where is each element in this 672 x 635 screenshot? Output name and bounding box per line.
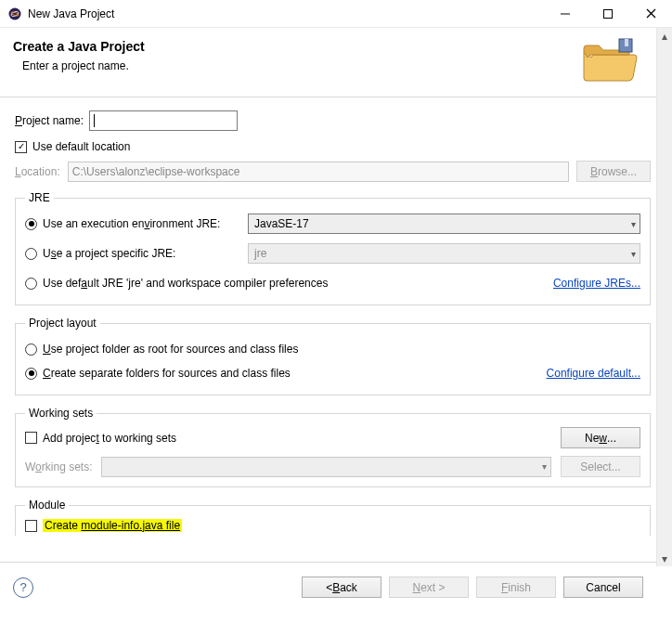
module-group: Module Create module-info.java file [15,499,651,536]
project-layout-legend: Project layout [25,317,100,330]
chevron-down-icon: ▾ [542,461,547,472]
new-working-set-button[interactable]: New... [561,427,640,448]
vertical-scrollbar[interactable]: ▴ ▾ [656,28,672,566]
module-legend: Module [25,499,69,512]
exec-env-radio[interactable] [25,218,37,230]
scroll-up-icon[interactable]: ▴ [657,28,672,44]
text-caret [94,114,95,127]
use-default-location-label: Use default location [32,140,130,153]
browse-button: Browse... [576,161,651,182]
working-sets-select: ▾ [101,457,551,477]
create-module-info-label: Create module-info.java file [43,519,182,532]
exec-env-label: Use an execution environment JRE: [43,217,220,230]
page-subtitle: Enter a project name. [22,59,578,72]
title-bar: New Java Project [0,0,672,28]
project-jre-value: jre [254,247,266,260]
back-button[interactable]: < Back [302,577,381,598]
chevron-down-icon: ▾ [631,219,636,229]
finish-button: Finish [476,577,556,598]
exec-env-select[interactable]: JavaSE-17 ▾ [248,214,640,234]
select-working-sets-button: Select... [561,456,640,477]
layout-separate-radio[interactable] [25,368,37,380]
wizard-footer: ? < Back Next > Finish Cancel [0,562,656,612]
svg-point-0 [9,7,21,19]
project-jre-label: Use a project specific JRE: [43,247,175,260]
close-button[interactable] [629,0,672,28]
jre-group: JRE Use an execution environment JRE: Ja… [15,191,651,305]
project-jre-radio[interactable] [25,248,37,260]
configure-default-link[interactable]: Configure default... [547,367,640,380]
project-folder-icon [578,37,638,84]
jre-legend: JRE [25,191,54,204]
window-title: New Java Project [28,7,544,20]
layout-separate-label: Create separate folders for sources and … [43,367,291,380]
page-title: Create a Java Project [13,39,578,54]
svg-rect-4 [604,9,613,18]
wizard-header: Create a Java Project Enter a project na… [0,28,656,97]
svg-rect-8 [625,39,628,46]
layout-as-root-label: Use project folder as root for sources a… [43,343,298,356]
add-to-working-sets-label: Add project to working sets [43,432,176,445]
maximize-button[interactable] [587,0,629,28]
minimize-button[interactable] [544,0,587,28]
project-layout-group: Project layout Use project folder as roo… [15,317,651,395]
use-default-location-checkbox[interactable]: ✓ [15,141,27,153]
add-to-working-sets-checkbox[interactable] [25,432,37,444]
layout-as-root-radio[interactable] [25,343,37,356]
scroll-down-icon[interactable]: ▾ [657,551,672,566]
chevron-down-icon: ▾ [631,249,636,259]
project-name-label: Project name: [15,114,84,127]
project-name-input[interactable] [89,110,238,131]
location-label: Location: [15,165,60,178]
default-jre-radio[interactable] [25,278,37,290]
working-sets-legend: Working sets [25,407,97,420]
create-module-info-checkbox[interactable] [25,520,37,532]
eclipse-icon [7,6,22,21]
working-sets-label: Working sets: [25,460,92,473]
default-jre-label: Use default JRE 'jre' and workspace comp… [43,277,328,290]
project-jre-select: jre ▾ [248,243,640,264]
cancel-button[interactable]: Cancel [563,577,643,598]
configure-jres-link[interactable]: Configure JREs... [553,277,640,290]
next-button: Next > [389,577,469,598]
location-input [68,162,569,182]
working-sets-group: Working sets Add project to working sets… [15,407,651,487]
help-button[interactable]: ? [13,577,33,598]
exec-env-value: JavaSE-17 [254,217,309,230]
